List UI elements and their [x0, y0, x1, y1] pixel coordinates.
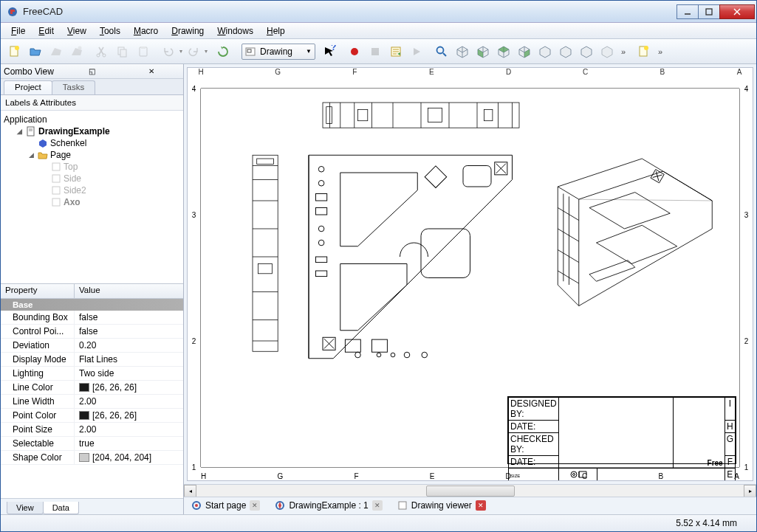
- menu-help[interactable]: Help: [261, 24, 291, 38]
- save-button[interactable]: [47, 42, 66, 61]
- drawing-canvas[interactable]: HGFEDCBA 4321 4321 HGFEDCBA: [187, 67, 753, 481]
- scroll-left-button[interactable]: ◂: [184, 485, 196, 497]
- workbench-label: Drawing: [258, 46, 303, 57]
- property-category: Base: [1, 299, 183, 311]
- collapse-icon[interactable]: ◢: [16, 128, 24, 136]
- undock-button[interactable]: ◱: [63, 66, 120, 77]
- doc-tab[interactable]: Drawing viewer✕: [394, 499, 489, 514]
- folder-icon: [38, 150, 48, 160]
- svg-point-23: [437, 46, 444, 53]
- close-tab-button[interactable]: ✕: [476, 500, 486, 511]
- svg-point-69: [318, 226, 324, 232]
- tab-view[interactable]: View: [7, 502, 44, 514]
- macro-execute-button[interactable]: [407, 42, 426, 61]
- document-icon: [26, 126, 36, 137]
- tree-document[interactable]: ◢ DrawingExample: [1, 125, 183, 137]
- macro-record-button[interactable]: [345, 42, 364, 61]
- paste-button[interactable]: [134, 42, 153, 61]
- scroll-right-button[interactable]: ▸: [744, 485, 756, 497]
- menu-windows[interactable]: Windows: [211, 24, 259, 38]
- svg-rect-11: [120, 49, 126, 57]
- property-row[interactable]: Bounding Boxfalse: [1, 311, 183, 325]
- svg-rect-61: [463, 166, 491, 187]
- menu-view[interactable]: View: [61, 24, 92, 38]
- property-row[interactable]: Point Size2.00: [1, 423, 183, 437]
- property-row[interactable]: Deviation0.20: [1, 339, 183, 353]
- menu-macro[interactable]: Macro: [128, 24, 164, 38]
- tree-application[interactable]: Application: [1, 114, 183, 125]
- front-view-button[interactable]: [473, 42, 493, 61]
- menu-tools[interactable]: Tools: [94, 24, 126, 38]
- minimize-button[interactable]: [676, 4, 699, 19]
- property-row[interactable]: LightingTwo side: [1, 367, 183, 381]
- macro-list-button[interactable]: [386, 42, 405, 61]
- close-button[interactable]: [719, 4, 755, 19]
- svg-point-75: [391, 353, 395, 357]
- menu-file[interactable]: File: [5, 24, 31, 38]
- svg-rect-64: [372, 339, 388, 352]
- tree-view-side[interactable]: Side: [1, 173, 183, 184]
- property-table[interactable]: Base Bounding BoxfalseControl Poi...fals…: [1, 299, 183, 498]
- open-file-button[interactable]: [26, 42, 45, 61]
- redo-button[interactable]: [184, 42, 203, 61]
- rear-view-button[interactable]: [535, 42, 555, 61]
- zoom-fit-button[interactable]: [432, 42, 451, 61]
- whats-this-button[interactable]: ?: [320, 42, 339, 61]
- copy-button[interactable]: [113, 42, 132, 61]
- tab-project[interactable]: Project: [4, 80, 52, 94]
- svg-rect-45: [326, 107, 332, 124]
- property-row[interactable]: Control Poi...false: [1, 325, 183, 339]
- close-tab-button[interactable]: ✕: [250, 500, 260, 511]
- view-icon: [51, 197, 61, 207]
- tab-tasks[interactable]: Tasks: [52, 80, 95, 94]
- bottom-view-button[interactable]: [556, 42, 575, 61]
- close-panel-button[interactable]: ✕: [123, 66, 180, 77]
- axo-view-button[interactable]: [453, 42, 472, 61]
- macro-stop-button[interactable]: [366, 42, 385, 61]
- refresh-button[interactable]: [213, 42, 233, 61]
- tree-page[interactable]: ◢ Page: [1, 149, 183, 161]
- menu-edit[interactable]: Edit: [32, 24, 60, 38]
- save-as-button[interactable]: [67, 42, 86, 61]
- close-tab-button[interactable]: ✕: [372, 500, 383, 511]
- toolbar-overflow-2[interactable]: »: [655, 47, 665, 56]
- property-row[interactable]: Display ModeFlat Lines: [1, 353, 183, 367]
- svg-point-26: [644, 46, 648, 50]
- undo-button[interactable]: [159, 42, 178, 61]
- property-row[interactable]: Point Color[26, 26, 26]: [1, 409, 183, 423]
- toolbar-overflow-1[interactable]: »: [618, 47, 628, 56]
- left-view-button[interactable]: [577, 42, 596, 61]
- tree-schenkel[interactable]: Schenkel: [1, 137, 183, 149]
- tree-view-top[interactable]: Top: [1, 161, 183, 173]
- doc-tab[interactable]: Start page✕: [188, 499, 263, 514]
- svg-line-81: [558, 208, 579, 221]
- tree-view-axo[interactable]: Axo: [1, 196, 183, 208]
- new-file-button[interactable]: [5, 42, 24, 61]
- menubar: File Edit View Tools Macro Drawing Windo…: [1, 23, 756, 39]
- svg-point-70: [318, 240, 324, 246]
- collapse-icon[interactable]: ◢: [27, 151, 35, 159]
- cut-button[interactable]: [92, 42, 112, 61]
- model-tree[interactable]: Application ◢ DrawingExample Schenkel ◢ …: [1, 111, 183, 284]
- menu-drawing[interactable]: Drawing: [165, 24, 210, 38]
- tab-data[interactable]: Data: [43, 502, 79, 514]
- property-row[interactable]: Line Color[26, 26, 26]: [1, 381, 183, 395]
- ruler-right: 4321: [739, 89, 753, 467]
- svg-rect-33: [52, 198, 60, 206]
- svg-point-17: [351, 48, 358, 55]
- doc-tab[interactable]: DrawingExample : 1✕: [272, 499, 385, 514]
- property-row[interactable]: Line Width2.00: [1, 395, 183, 409]
- measure-button[interactable]: [597, 42, 617, 61]
- right-view-button[interactable]: [515, 42, 534, 61]
- property-row[interactable]: Shape Color[204, 204, 204]: [1, 451, 183, 465]
- maximize-button[interactable]: [698, 4, 720, 19]
- new-page-button[interactable]: [634, 42, 654, 61]
- scroll-thumb[interactable]: [426, 486, 515, 497]
- property-row[interactable]: Selectabletrue: [1, 437, 183, 451]
- workbench-selector[interactable]: Drawing ▼: [242, 44, 315, 60]
- horizontal-scrollbar[interactable]: ◂ ▸: [184, 484, 756, 497]
- top-view-button[interactable]: [494, 42, 513, 61]
- tree-view-side2[interactable]: Side2: [1, 184, 183, 196]
- svg-line-82: [558, 229, 579, 241]
- svg-point-8: [97, 54, 100, 57]
